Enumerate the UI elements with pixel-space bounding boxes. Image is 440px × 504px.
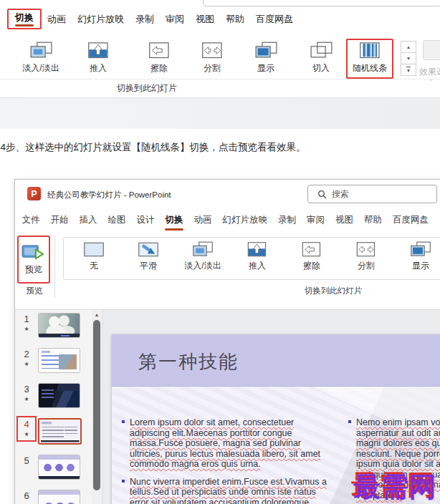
menu-tab[interactable]: 幻灯片放映 [217, 210, 273, 230]
slide-number: 2 [24, 349, 29, 359]
transition-item-fade[interactable]: 淡入/淡出 [16, 42, 66, 74]
menu-tabs: 文件开始插入绘图设计切换动画幻灯片放映录制审阅视图帮助百度网盘 [15, 208, 440, 231]
transition-item-wipe[interactable]: 擦除 [284, 241, 339, 272]
transition-item-randombars[interactable]: 随机线条 [346, 39, 393, 79]
search-icon [317, 190, 327, 199]
gallery-scroll-up-icon[interactable]: ▲ [401, 41, 416, 53]
menu-tab[interactable]: 切换 [160, 210, 188, 230]
sidebar-scrollbar[interactable]: ▲ [92, 310, 102, 504]
slide-number: 5 [24, 455, 29, 466]
slide-number-star: 1 ★ [19, 313, 34, 334]
transition-icon [201, 42, 224, 59]
top-ribbon-tabs: 切换动画幻灯片放映录制审阅视图帮助百度网盘 [7, 9, 299, 29]
transition-item-morph[interactable]: 平滑 [121, 241, 176, 272]
menu-tab[interactable]: 动画 [188, 210, 217, 230]
effect-options-icon[interactable] [423, 40, 440, 60]
transition-item-reveal[interactable]: 显示 [241, 42, 291, 74]
slide-thumbnail[interactable] [38, 418, 82, 445]
transition-item-split[interactable]: 分割 [339, 241, 393, 272]
top-ribbon-screenshot: 切换动画幻灯片放映录制审阅视图帮助百度网盘 淡入/淡出 推入 擦除 [0, 0, 440, 132]
slide-title[interactable]: 第一种技能 [138, 349, 239, 374]
menu-tab[interactable]: 绘图 [102, 210, 131, 230]
menu-tab[interactable]: 录制 [273, 210, 302, 230]
slide-thumbnail[interactable] [38, 455, 80, 480]
slide-number: 4 [24, 419, 29, 430]
transition-icon [192, 241, 214, 258]
transition-group-label: 切换到此幻灯片 [117, 82, 177, 94]
transition-icon [87, 42, 110, 59]
menu-tab[interactable]: 设计 [131, 210, 160, 230]
transition-icon [83, 241, 105, 258]
ribbon-tab[interactable]: 视图 [190, 10, 220, 29]
search-input[interactable]: 搜索 [307, 185, 437, 203]
search-box-remnant[interactable] [203, 0, 440, 6]
menu-tab[interactable]: 审阅 [302, 210, 330, 230]
transition-item-push[interactable]: 推入 [73, 42, 123, 74]
ribbon-tab[interactable]: 帮助 [220, 10, 250, 29]
transition-item-reveal[interactable]: 显示 [393, 241, 440, 272]
transition-item-wipe[interactable]: 擦除 [134, 42, 184, 74]
gallery-scroll-down-icon[interactable]: ▼ [401, 52, 416, 64]
slides-thumbnail-panel: 1 ★ 2 ★ [15, 310, 92, 504]
slide-thumbnail[interactable] [38, 383, 80, 408]
transition-icon [310, 42, 333, 59]
slide-thumbnail[interactable] [38, 348, 80, 373]
slide-thumbnail-item[interactable]: 3 ★ [15, 383, 92, 408]
ribbon-tab[interactable]: 切换 [7, 9, 42, 29]
window-title: 经典公司教学幻灯片 - PowerPoint [47, 190, 171, 200]
menu-tab[interactable]: 视图 [330, 210, 359, 230]
screenshot-root: 切换动画幻灯片放映录制审阅视图帮助百度网盘 淡入/淡出 推入 擦除 [0, 0, 440, 504]
ribbon-tab[interactable]: 审阅 [160, 10, 190, 29]
transition-item-split[interactable]: 分割 [187, 42, 237, 74]
transition-label: 推入 [249, 260, 266, 272]
workspace-strip [0, 97, 440, 129]
preview-group-label: 预览 [27, 286, 43, 296]
slide-thumbnail[interactable] [38, 490, 80, 504]
transition-item-push[interactable]: 推入 [230, 241, 284, 272]
transition-label: 显示 [412, 260, 429, 272]
slide-number: 3 [24, 384, 29, 394]
slide-number: 1 [24, 314, 29, 324]
transition-item-cutin[interactable]: 切入 [296, 42, 346, 74]
menu-tab[interactable]: 开始 [45, 210, 74, 230]
ribbon-tab[interactable]: 百度网盘 [250, 10, 299, 29]
scrollbar-up-icon[interactable]: ▲ [92, 310, 102, 319]
slide-thumbnail-item[interactable]: 1 ★ [15, 313, 92, 338]
slide-thumbnail-item[interactable]: 4 ★ [15, 418, 92, 445]
gallery-scroll-buttons: ▲ ▼ ▼ [401, 41, 416, 76]
transition-label: 无 [90, 260, 98, 272]
transitions-ribbon: 预览 无 平滑 [15, 231, 440, 309]
menu-tab[interactable]: 百度网盘 [388, 210, 434, 230]
gallery-more-icon[interactable]: ▼ [401, 64, 416, 76]
slide-thumbnail-item[interactable]: 6 ★ [15, 490, 92, 504]
slide-thumbnail[interactable] [38, 313, 80, 338]
ribbon-tab[interactable]: 动画 [42, 10, 72, 29]
transition-icon [148, 42, 171, 59]
slide-number-star: 2 ★ [19, 348, 34, 369]
transition-group-label: 切换到此幻灯片 [305, 286, 363, 296]
transition-star-icon: ★ [24, 326, 29, 332]
slide-thumbnail-item[interactable]: 2 ★ [15, 348, 92, 373]
menu-tab[interactable]: 插入 [74, 210, 102, 230]
preview-button[interactable]: 预览 [17, 236, 50, 284]
transition-icon [138, 241, 159, 258]
powerpoint-logo-icon: P [27, 187, 41, 200]
menu-tab[interactable]: 文件 [16, 210, 45, 230]
transition-item-none[interactable]: 无 [67, 241, 121, 272]
bullet-item[interactable]: Lorem ipsum dolor sit amet, consectetuer… [122, 417, 334, 470]
slide-thumbnail-item[interactable]: 5 ★ [15, 455, 92, 480]
transition-star-icon: ★ [24, 397, 29, 402]
menu-tab[interactable]: 帮助 [359, 210, 388, 230]
preview-play-icon [21, 243, 47, 263]
site-watermark: 最需网 [353, 469, 437, 504]
slide-bullets-left[interactable]: Lorem ipsum dolor sit amet, consectetuer… [122, 417, 334, 504]
ribbon-group-divider [54, 236, 55, 298]
transition-label: 淡入/淡出 [184, 260, 221, 272]
slide-number-star: 4 ★ [19, 418, 34, 440]
bullet-item[interactable]: Nunc viverra imperdiet enim.Fusce est.Vi… [122, 477, 334, 504]
scrollbar-thumb[interactable] [93, 320, 100, 490]
ribbon-tab[interactable]: 幻灯片放映 [72, 10, 130, 29]
transition-icon [301, 241, 322, 258]
ribbon-tab[interactable]: 录制 [130, 10, 160, 29]
transition-item-fade[interactable]: 淡入/淡出 [176, 241, 230, 272]
